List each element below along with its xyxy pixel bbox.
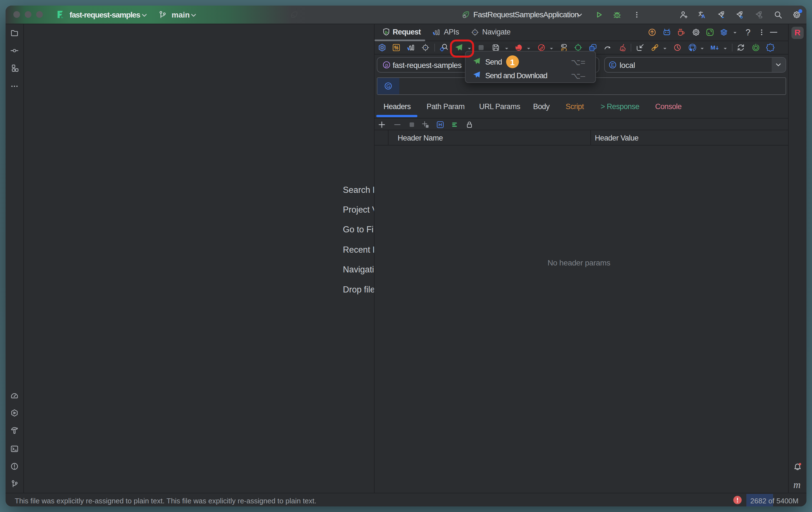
svg-text:G: G [386,83,390,89]
svg-text:E: E [611,62,614,68]
svg-text:M: M [710,44,716,51]
svg-text:A: A [701,14,705,19]
svg-text:p: p [385,62,388,68]
